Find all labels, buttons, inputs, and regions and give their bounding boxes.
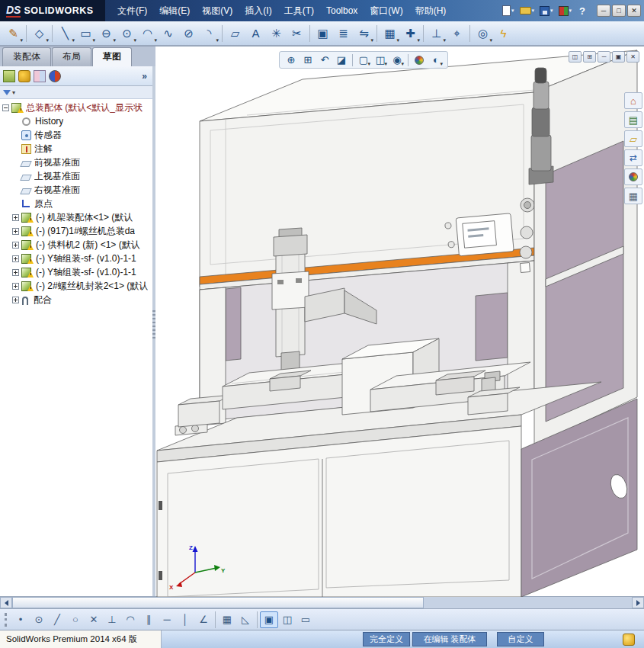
hide-show-items-button[interactable]: ◉▾ (389, 53, 405, 67)
snap-vertical-button[interactable]: │ (176, 611, 194, 628)
dropdown-caret-icon[interactable]: ▾ (216, 37, 219, 43)
custom-properties-button[interactable]: ▦ (624, 188, 642, 204)
convert-entities-button[interactable]: ▣ (312, 24, 333, 43)
snap-tangent-button[interactable]: ◠ (121, 611, 139, 628)
arc-button[interactable]: ◠▾ (137, 24, 158, 43)
expand-toggle[interactable] (12, 242, 19, 249)
tree-item-annotations[interactable]: 注解 (0, 142, 152, 156)
previous-view-button[interactable]: ↶ (317, 53, 332, 67)
expand-toggle[interactable] (12, 269, 19, 276)
line-button[interactable]: ╲▾ (55, 24, 75, 43)
snap-angle-button[interactable]: ∠ (194, 611, 213, 628)
design-library-button[interactable]: ▤ (624, 111, 642, 128)
offset-entities-button[interactable]: ≣ (333, 24, 354, 43)
tree-filter-bar[interactable]: ▾ (0, 86, 152, 99)
dropdown-caret-icon[interactable]: ▾ (384, 61, 387, 67)
restore-button[interactable]: □ (612, 5, 626, 17)
display-style-button[interactable]: ◫▾ (373, 53, 388, 67)
dropdown-caret-icon[interactable]: ▾ (489, 37, 492, 43)
zoom-to-fit-button[interactable]: ⊕ (284, 53, 299, 67)
dropdown-caret-icon[interactable]: ▾ (550, 8, 553, 14)
tree-item-root[interactable]: 总装配体 (默认<默认_显示状 (0, 101, 152, 114)
tree-item-front-plane[interactable]: 前视基准面 (0, 156, 152, 169)
slot-button[interactable]: ⊖▾ (96, 24, 117, 43)
pin-document-button[interactable]: ⊞ (583, 51, 596, 63)
tab-sketch[interactable]: 草图 (92, 47, 132, 66)
expand-toggle[interactable] (12, 214, 19, 221)
customize-statusbar-icon[interactable] (623, 634, 635, 646)
section-view-button[interactable]: ◪ (334, 53, 349, 67)
menu-file[interactable]: 文件(F) (111, 0, 153, 21)
rapid-sketch-button[interactable]: ϟ (493, 24, 514, 43)
dropdown-caret-icon[interactable]: ▾ (92, 37, 95, 43)
tree-item-sensors[interactable]: 传感器 (0, 128, 152, 142)
minimize-document-button[interactable]: ─ (598, 51, 610, 63)
restore-document-button[interactable]: ▣ (612, 51, 625, 63)
plane-display-button[interactable]: ◫ (278, 611, 296, 628)
menu-window[interactable]: 窗口(W) (364, 0, 409, 21)
scroll-left-button[interactable] (0, 597, 12, 608)
menu-toolbox[interactable]: Toolbox (320, 0, 364, 21)
dropdown-caret-icon[interactable]: ▾ (569, 8, 572, 14)
move-entities-button[interactable]: ✚▾ (400, 24, 421, 43)
rectangle-button[interactable]: ▭▾ (75, 24, 96, 43)
quick-snaps-button[interactable]: ◎▾ (473, 24, 493, 43)
featuremanager-tree-tab-icon[interactable] (3, 70, 15, 82)
file-explorer-button[interactable]: ▱ (624, 130, 642, 147)
machine-model[interactable]: Z Y X (155, 47, 644, 597)
point-button[interactable]: ✳ (266, 24, 287, 43)
dropdown-caret-icon[interactable]: ▾ (396, 37, 399, 43)
tree-item-right-plane[interactable]: 右视基准面 (0, 183, 152, 197)
options-button[interactable]: ▾ (557, 3, 574, 18)
spline-button[interactable]: ∿ (158, 24, 178, 43)
exit-sketch-button[interactable]: ✎▾ (3, 24, 24, 43)
dropdown-caret-icon[interactable]: ▾ (511, 8, 514, 14)
dropdown-caret-icon[interactable]: ▾ (133, 37, 136, 43)
dropdown-caret-icon[interactable]: ▾ (532, 8, 535, 14)
expand-toggle[interactable] (2, 104, 9, 111)
dropdown-caret-icon[interactable]: ▾ (401, 61, 404, 67)
graphics-area[interactable]: Z Y X ⊕ ⊞ ↶ ◪ ▢▾ ◫▾ ◉▾ (155, 47, 644, 596)
dropdown-caret-icon[interactable]: ▾ (367, 61, 370, 67)
display-relations-button[interactable]: ⊥▾ (426, 24, 447, 43)
tree-item-component-y-axis-1[interactable]: (-) Y轴组装-sf- (v1.0)-1-1 (0, 252, 152, 265)
menu-insert[interactable]: 插入(I) (239, 0, 277, 21)
snap-to-grid-button[interactable]: ◺ (236, 611, 255, 628)
snap-horizontal-button[interactable]: ─ (158, 611, 176, 628)
mirror-entities-button[interactable]: ⇋▾ (354, 24, 374, 43)
help-button[interactable]: ? (575, 5, 589, 17)
panel-overflow-chevrons[interactable]: » (142, 71, 149, 82)
menu-view[interactable]: 视图(V) (196, 0, 239, 21)
fillet-button[interactable]: ◝▾ (199, 24, 219, 43)
close-document-button[interactable]: ✕ (626, 51, 639, 63)
tree-item-history[interactable]: History (0, 114, 152, 128)
appearances-scenes-button[interactable] (624, 168, 642, 185)
viewport-layout-button[interactable]: ◫ (569, 51, 582, 63)
menu-help[interactable]: 帮助(H) (409, 0, 453, 21)
circle-button[interactable]: ⊙▾ (117, 24, 137, 43)
tree-item-component-enclosure[interactable]: (-) 2#螺丝机封装2<1> (默认 (0, 279, 152, 293)
dropdown-caret-icon[interactable]: ▾ (440, 61, 443, 67)
minimize-button[interactable]: ─ (597, 5, 610, 17)
dropdown-caret-icon[interactable]: ▾ (72, 37, 75, 43)
dropdown-caret-icon[interactable]: ▾ (12, 89, 15, 96)
ellipse-button[interactable]: ⊘ (178, 24, 199, 43)
dropdown-caret-icon[interactable]: ▾ (154, 37, 157, 43)
menu-edit[interactable]: 编辑(E) (153, 0, 196, 21)
snap-line-button[interactable]: ╱ (48, 611, 66, 628)
trim-button[interactable]: ✂ (287, 24, 307, 43)
expand-toggle[interactable] (12, 255, 19, 262)
snap-parallel-button[interactable]: ∥ (139, 611, 158, 628)
snap-perpendicular-button[interactable]: ⊥ (103, 611, 121, 628)
section-display-button[interactable]: ▭ (296, 611, 315, 628)
view-orientation-button[interactable]: ▢▾ (356, 53, 371, 67)
dropdown-caret-icon[interactable]: ▾ (370, 37, 373, 43)
dropdown-caret-icon[interactable]: ▾ (443, 37, 446, 43)
tree-item-component-screw-machine[interactable]: (-) (917)1#螺丝机总装da (0, 224, 152, 238)
snap-intersection-button[interactable]: ✕ (85, 611, 103, 628)
expand-toggle[interactable] (12, 228, 19, 235)
dropdown-caret-icon[interactable]: ▾ (20, 37, 23, 43)
edit-appearance-button[interactable] (412, 53, 427, 67)
propertymanager-tab-icon[interactable] (18, 70, 30, 82)
configurationmanager-tab-icon[interactable] (34, 70, 46, 82)
